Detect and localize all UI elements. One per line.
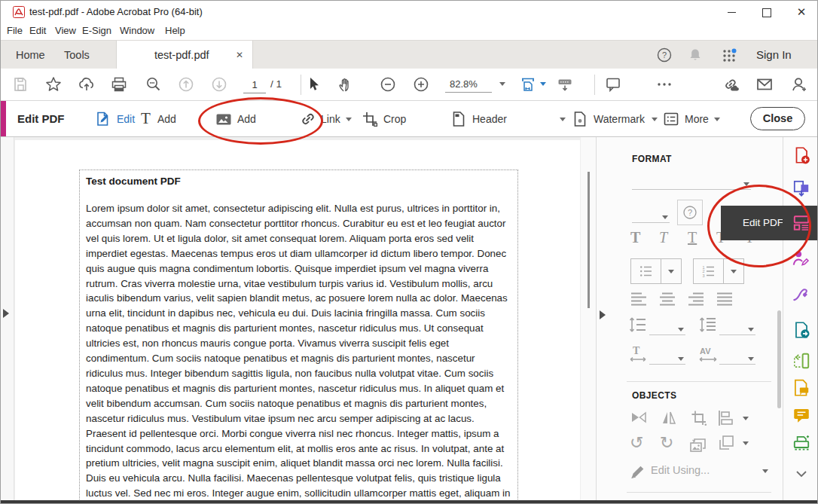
document-heading: Test document PDF xyxy=(86,176,511,187)
menu-esign[interactable]: E-Sign xyxy=(82,25,111,36)
crop-object-button[interactable] xyxy=(690,409,708,427)
close-button-label: Close xyxy=(763,112,793,124)
main-toolbar: / 1 82.8% xyxy=(1,69,817,101)
paragraph-spacing-caret-icon xyxy=(748,328,754,331)
document-scrollbar[interactable] xyxy=(581,137,596,500)
rotate-clockwise-button[interactable]: ↻ xyxy=(660,434,673,452)
edit-using-button[interactable]: Edit Using... xyxy=(630,462,767,481)
menu-help[interactable]: Help xyxy=(165,25,185,36)
request-esignatures-icon[interactable] xyxy=(792,249,811,268)
crop-icon xyxy=(361,110,379,128)
menu-file[interactable]: File xyxy=(7,25,23,36)
save-icon[interactable] xyxy=(11,75,29,93)
numbered-list-group[interactable]: 123 xyxy=(693,258,744,284)
bulleted-list-button[interactable] xyxy=(631,259,661,283)
minimize-button[interactable] xyxy=(720,4,743,20)
bulleted-list-caret-icon[interactable] xyxy=(661,259,681,283)
edit-pdf-tool-icon[interactable] xyxy=(792,213,811,233)
underline-button[interactable]: T xyxy=(688,229,697,246)
format-help-button[interactable]: ? xyxy=(677,200,703,225)
bulleted-list-group[interactable] xyxy=(630,258,682,284)
italic-button[interactable]: T xyxy=(659,229,667,246)
flip-horizontal-button[interactable] xyxy=(660,409,678,427)
align-center-button[interactable] xyxy=(659,292,676,307)
horizontal-scale-dropdown[interactable] xyxy=(649,350,685,365)
panel-scrollbar-thumb[interactable] xyxy=(777,310,781,408)
flip-vertical-button[interactable] xyxy=(630,409,648,427)
horizontal-scale-icon: T xyxy=(629,345,647,363)
svg-text:AV: AV xyxy=(700,347,711,356)
notifications-bell-icon[interactable] xyxy=(688,47,703,63)
zoom-in-icon[interactable] xyxy=(412,75,430,93)
more-label: More xyxy=(685,101,709,137)
create-pdf-icon[interactable] xyxy=(792,145,811,165)
select-cursor-icon[interactable] xyxy=(304,75,322,93)
line-spacing-icon xyxy=(629,316,647,334)
export-pdf-icon[interactable] xyxy=(792,320,811,340)
search-icon[interactable] xyxy=(145,75,163,93)
menu-edit[interactable]: Edit xyxy=(29,25,46,36)
align-left-button[interactable] xyxy=(630,292,647,307)
add-comments-doc-icon[interactable] xyxy=(792,378,811,398)
expand-left-pane-icon[interactable] xyxy=(3,309,9,318)
previous-page-icon[interactable] xyxy=(177,75,195,93)
numbered-list-caret-icon[interactable] xyxy=(723,259,743,283)
fit-width-caret-icon[interactable] xyxy=(540,82,546,86)
font-family-caret-icon xyxy=(743,182,749,186)
zoom-level-dropdown[interactable]: 82.8% xyxy=(445,76,492,93)
close-window-button[interactable]: ✕ xyxy=(790,4,813,20)
sign-in-button[interactable]: Sign In xyxy=(756,41,792,69)
document-scrollbar-thumb[interactable] xyxy=(588,172,590,308)
page-number-input[interactable] xyxy=(243,76,266,93)
help-icon[interactable]: ? xyxy=(657,47,672,63)
replace-image-button[interactable] xyxy=(688,436,708,454)
tab-tools[interactable]: Tools xyxy=(64,41,90,69)
link-label: Link xyxy=(321,101,340,137)
share-cloud-icon[interactable] xyxy=(78,75,96,93)
character-spacing-dropdown[interactable] xyxy=(719,350,755,365)
comment-icon[interactable] xyxy=(604,75,622,93)
text-edit-frame[interactable]: Test document PDF Lorem ipsum dolor sit … xyxy=(79,170,518,500)
tab-close-icon[interactable]: ✕ xyxy=(236,41,243,69)
maximize-button[interactable] xyxy=(755,4,778,20)
svg-text:3: 3 xyxy=(702,273,704,278)
line-spacing-dropdown[interactable] xyxy=(649,321,685,335)
tab-home[interactable]: Home xyxy=(16,41,45,69)
share-link-icon[interactable] xyxy=(722,75,740,93)
fit-width-icon[interactable] xyxy=(519,75,537,93)
font-family-dropdown[interactable] xyxy=(632,176,751,190)
fill-and-sign-icon[interactable] xyxy=(792,284,811,304)
scrolling-mode-icon[interactable] xyxy=(556,75,574,93)
star-favorite-icon[interactable] xyxy=(44,75,63,93)
print-icon[interactable] xyxy=(110,75,128,93)
close-edit-mode-button[interactable]: Close xyxy=(750,107,805,130)
comment-tool-icon[interactable] xyxy=(792,405,811,425)
user-account-icon[interactable] xyxy=(790,75,808,93)
align-objects-button[interactable] xyxy=(717,409,753,427)
link-icon xyxy=(299,110,317,128)
grid-apps-icon[interactable] xyxy=(721,47,737,64)
zoom-dropdown-caret-icon[interactable] xyxy=(499,82,505,86)
bold-button[interactable]: T xyxy=(630,229,640,246)
font-size-dropdown[interactable] xyxy=(632,209,670,223)
combine-files-icon[interactable] xyxy=(792,179,811,198)
hand-pan-icon[interactable] xyxy=(337,75,355,93)
more-tools-chevron-icon[interactable] xyxy=(795,469,808,479)
collapse-right-pane-icon[interactable] xyxy=(600,310,606,319)
menu-view[interactable]: View xyxy=(55,25,76,36)
tab-document[interactable]: test-pdf.pdf ✕ xyxy=(116,41,253,69)
align-right-button[interactable] xyxy=(688,292,704,307)
paragraph-spacing-icon xyxy=(699,316,717,334)
next-page-icon[interactable] xyxy=(210,75,228,93)
rotate-counterclockwise-button[interactable]: ↺ xyxy=(630,434,643,452)
organize-pages-icon[interactable] xyxy=(792,351,811,371)
scan-ocr-icon[interactable] xyxy=(792,433,811,453)
align-justify-button[interactable] xyxy=(716,292,733,307)
numbered-list-button[interactable]: 123 xyxy=(694,259,723,283)
menu-window[interactable]: Window xyxy=(120,25,154,36)
paragraph-spacing-dropdown[interactable] xyxy=(719,321,755,335)
more-tools-ellipsis-icon[interactable] xyxy=(655,75,673,93)
arrange-objects-button[interactable] xyxy=(717,434,753,452)
zoom-out-icon[interactable] xyxy=(379,75,397,93)
email-icon[interactable] xyxy=(755,75,774,93)
